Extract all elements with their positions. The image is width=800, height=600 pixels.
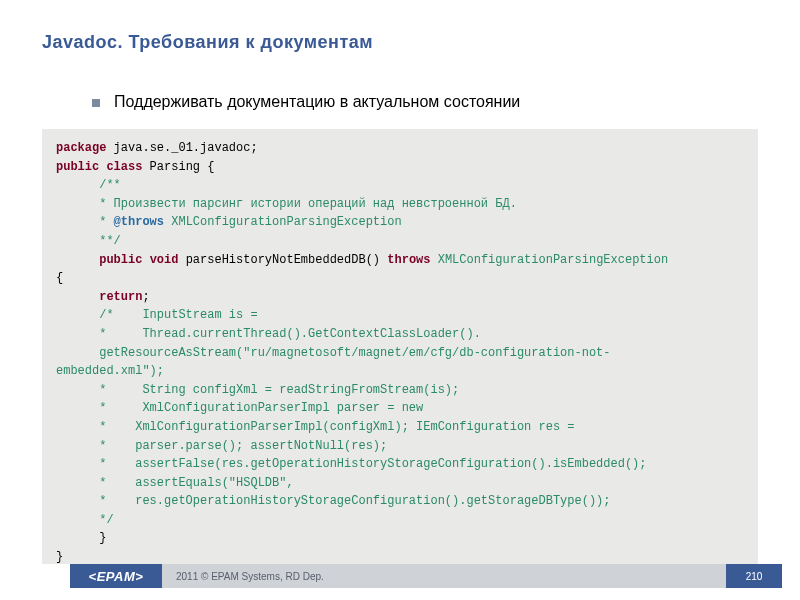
- comment-line: * XmlConfigurationParserImpl parser = ne…: [56, 401, 423, 415]
- comment-line: * res.getOperationHistoryStorageConfigur…: [56, 494, 611, 508]
- comment-line: * XmlConfigurationParserImpl(configXml);…: [56, 420, 574, 434]
- bullet-text: Поддерживать документацию в актуальном с…: [114, 93, 520, 111]
- code-text: [56, 290, 99, 304]
- code-text: parseHistoryNotEmbeddedDB(): [178, 253, 387, 267]
- square-bullet-icon: [92, 99, 100, 107]
- comment-line: /**: [56, 178, 121, 192]
- comment-line: * Произвести парсинг истории операций на…: [56, 197, 517, 211]
- slide: Javadoc. Требования к документам Поддерж…: [0, 0, 800, 600]
- kw-throws: throws: [387, 253, 430, 267]
- kw-public-class: public class: [56, 160, 142, 174]
- comment-line: embedded.xml");: [56, 364, 164, 378]
- javadoc-tag: @throws: [114, 215, 164, 229]
- comment-line: * assertEquals("HSQLDB",: [56, 476, 294, 490]
- code-text: Parsing {: [142, 160, 214, 174]
- comment-line: * parser.parse(); assertNotNull(res);: [56, 439, 387, 453]
- comment-line: getResourceAsStream("ru/magnetosoft/magn…: [56, 346, 611, 360]
- kw-return: return: [99, 290, 142, 304]
- epam-logo: <EPAM>: [70, 564, 162, 588]
- comment-line: */: [56, 513, 114, 527]
- footer-spacer: [0, 564, 70, 588]
- code-text: java.se._01.javadoc;: [106, 141, 257, 155]
- code-text: {: [56, 271, 63, 285]
- code-text: }: [56, 550, 63, 564]
- footer-copyright: 2011 © EPAM Systems, RD Dep.: [162, 564, 726, 588]
- comment-line: *: [56, 215, 114, 229]
- code-text: [56, 253, 99, 267]
- kw-public-void: public void: [99, 253, 178, 267]
- comment-line: * Thread.currentThread().GetContextClass…: [56, 327, 481, 341]
- footer: <EPAM> 2011 © EPAM Systems, RD Dep. 210: [0, 564, 800, 588]
- slide-title: Javadoc. Требования к документам: [42, 32, 758, 53]
- page-number: 210: [726, 564, 782, 588]
- comment-line: * assertFalse(res.getOperationHistorySto…: [56, 457, 647, 471]
- kw-package: package: [56, 141, 106, 155]
- code-text: }: [56, 531, 106, 545]
- code-block: package java.se._01.javadoc; public clas…: [42, 129, 758, 581]
- comment-line: * String configXml = readStringFromStrea…: [56, 383, 459, 397]
- bullet-item: Поддерживать документацию в актуальном с…: [92, 93, 758, 111]
- exception-type: XMLConfigurationParsingException: [431, 253, 669, 267]
- footer-spacer: [782, 564, 800, 588]
- comment-line: **/: [56, 234, 121, 248]
- comment-line: XMLConfigurationParsingException: [164, 215, 402, 229]
- comment-line: /* InputStream is =: [56, 308, 258, 322]
